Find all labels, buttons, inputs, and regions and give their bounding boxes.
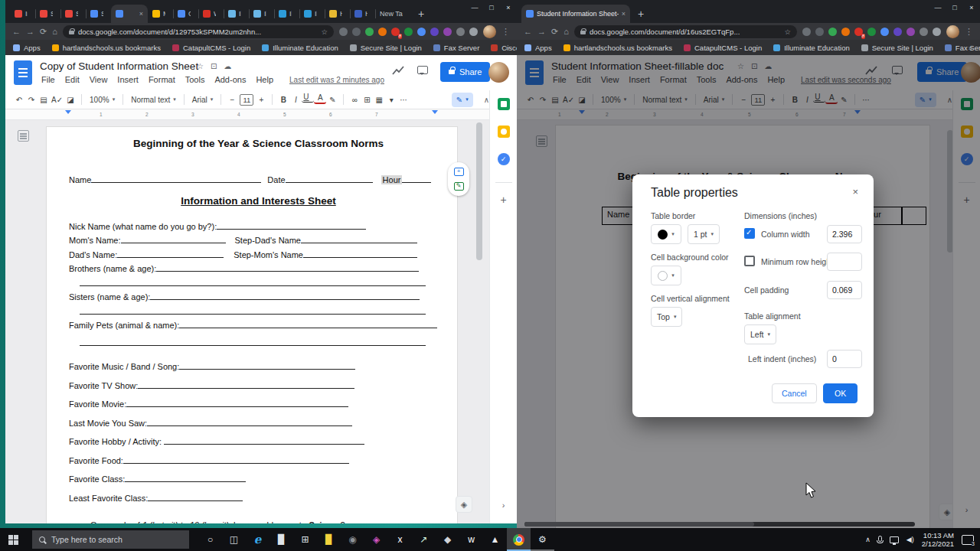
close-icon[interactable]: × [852, 186, 858, 197]
indent-marker[interactable] [65, 110, 71, 114]
extension-icon[interactable] [906, 28, 915, 36]
forward-icon[interactable]: → [537, 27, 546, 36]
extension-icon[interactable] [841, 28, 850, 36]
add-comment-icon[interactable]: + [454, 168, 464, 176]
suggest-edit-icon[interactable]: ✎ [454, 182, 464, 191]
bookmark[interactable]: Fax Server [945, 44, 980, 52]
insert-icon[interactable]: ∞ [348, 93, 361, 106]
taskbar-app-icon[interactable]: ⚙ [531, 528, 554, 551]
profile-avatar[interactable] [946, 25, 959, 38]
share-button[interactable]: Share [440, 62, 490, 82]
address-field[interactable]: docs.google.com/document/d/129753kSPMM2u… [63, 25, 334, 38]
taskbar-app-icon[interactable]: ◉ [341, 528, 364, 551]
vertical-scrollbar[interactable] [476, 122, 482, 260]
bookmark[interactable]: CatapultCMS - Login [172, 44, 250, 52]
table-alignment-dropdown[interactable]: Left [744, 324, 776, 344]
browser-tab[interactable]: St [86, 5, 111, 23]
editing-mode-button[interactable]: ✎ [452, 93, 473, 107]
window-control-button[interactable]: × [500, 0, 517, 15]
tab-close-icon[interactable]: × [139, 10, 143, 18]
extension-icon[interactable] [404, 28, 413, 36]
tray-expand-icon[interactable]: ∧ [865, 536, 871, 543]
back-icon[interactable]: ← [12, 27, 21, 36]
bookmark[interactable]: Illuminate Education [773, 44, 850, 52]
browser-tab[interactable]: Illu [224, 5, 249, 23]
toolbar-icon[interactable]: ◪ [64, 93, 77, 106]
forward-icon[interactable]: → [26, 27, 34, 36]
extension-icon[interactable] [430, 28, 439, 36]
extension-icon[interactable]: 8 [854, 28, 863, 36]
ok-button[interactable]: OK [823, 383, 858, 403]
browser-tab[interactable]: New Ta [375, 5, 410, 23]
format-icon[interactable]: B [277, 93, 289, 106]
extension-icon[interactable] [802, 28, 811, 36]
browser-tab[interactable]: St [60, 5, 86, 23]
font-size-increase[interactable]: + [255, 93, 267, 106]
browser-tab[interactable]: Illu [299, 5, 325, 23]
extension-icon[interactable] [378, 28, 387, 36]
extension-icon[interactable] [893, 28, 902, 36]
format-icon[interactable]: ✎ [326, 93, 338, 106]
microphone-icon[interactable] [878, 536, 882, 542]
move-folder-icon[interactable]: ⊡ [211, 62, 217, 70]
taskbar-app-icon[interactable]: w [459, 528, 483, 551]
window-control-button[interactable]: — [929, 0, 946, 15]
insert-icon[interactable]: ⊞ [361, 93, 373, 106]
format-icon[interactable]: I [289, 93, 302, 106]
extension-icon[interactable] [443, 28, 452, 36]
toolbar-icon[interactable]: A✓ [50, 93, 64, 106]
menu-item[interactable]: View [90, 75, 108, 84]
taskbar-app-icon[interactable]: ▲ [483, 528, 507, 551]
extension-icon[interactable] [339, 28, 348, 36]
extension-icon[interactable] [920, 28, 928, 36]
border-color-dropdown[interactable] [651, 224, 681, 244]
font-select[interactable]: Arial [189, 93, 217, 106]
extension-icon[interactable] [880, 28, 889, 36]
taskbar-app-icon[interactable]: ◫ [222, 528, 246, 551]
toolbar-icon[interactable]: ▤ [38, 93, 50, 106]
browser-tab[interactable]: Se [35, 5, 60, 23]
browser-tab[interactable]: W [198, 5, 224, 23]
extension-icon[interactable] [365, 28, 374, 36]
browser-tab[interactable]: Ha [350, 5, 375, 23]
format-icon[interactable]: U [302, 93, 314, 103]
browser-tab[interactable]: × [111, 5, 148, 23]
taskbar-app-icon[interactable]: ◆ [436, 528, 459, 551]
notification-center-icon[interactable]: 3 [962, 535, 974, 545]
left-indent-input[interactable] [827, 350, 862, 368]
cancel-button[interactable]: Cancel [772, 383, 817, 403]
profile-avatar[interactable] [483, 25, 496, 38]
taskbar-search[interactable]: Type here to search [32, 530, 189, 549]
bookmark-star-icon[interactable]: ☆ [321, 28, 328, 36]
browser-tab[interactable]: Student Information Sheet-fillabl × [521, 5, 630, 23]
cell-padding-input[interactable] [827, 281, 862, 299]
column-width-input[interactable] [827, 225, 862, 243]
docs-logo-icon[interactable] [14, 60, 32, 85]
cell-valign-dropdown[interactable]: Top [651, 307, 682, 327]
taskbar-app-icon[interactable] [507, 528, 531, 551]
collapse-toolbar-icon[interactable]: ∧ [484, 96, 489, 104]
account-avatar[interactable] [488, 62, 509, 83]
bookmark[interactable]: Secure Site | Login [350, 44, 422, 52]
window-control-button[interactable]: — [466, 0, 483, 15]
volume-icon[interactable]: ◀ [906, 536, 914, 543]
document-body[interactable]: Beginning of the Year & Science Classroo… [47, 138, 457, 523]
new-tab-button[interactable]: + [638, 8, 644, 20]
back-icon[interactable]: ← [524, 27, 532, 36]
extension-icon[interactable] [352, 28, 361, 36]
taskbar-clock[interactable]: 10:13 AM 2/12/2021 [922, 531, 954, 548]
toolbar-icon[interactable]: ↶ [13, 93, 25, 106]
document-outline-icon[interactable] [18, 130, 29, 142]
bookmark[interactable]: Fax Server [433, 44, 479, 52]
document-title[interactable]: Copy of Student Information Sheet [40, 60, 198, 72]
taskbar-app-icon[interactable]: ◈ [364, 528, 388, 551]
reload-icon[interactable]: ⟳ [40, 27, 47, 37]
extension-icon[interactable] [828, 28, 837, 36]
home-icon[interactable]: ⌂ [564, 27, 569, 36]
insert-icon[interactable]: ⋯ [397, 93, 410, 106]
extension-icon[interactable] [417, 28, 426, 36]
bookmark[interactable]: hartlandschools.us bookmarks [564, 44, 672, 52]
font-size-value[interactable]: 11 [240, 94, 253, 106]
toolbar-icon[interactable]: ↷ [25, 93, 38, 106]
min-row-height-input[interactable] [827, 253, 862, 271]
